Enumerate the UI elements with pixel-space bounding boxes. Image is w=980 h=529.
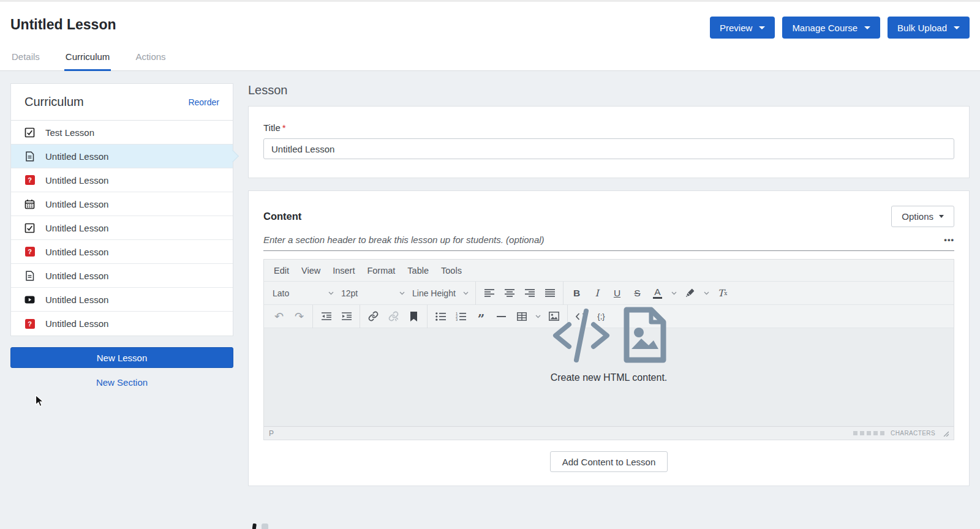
font-family-dropdown[interactable]: Lato [269,288,337,298]
strikethrough-button[interactable]: S [627,284,647,302]
content-card: Content Options Enter a section header t… [248,190,970,486]
toolbar-separator [360,305,360,328]
highlight-color-chevron[interactable] [700,284,712,302]
new-section-link[interactable]: New Section [10,377,233,388]
menu-table[interactable]: Table [401,266,435,276]
menu-format[interactable]: Format [361,266,401,276]
lesson-list-item[interactable]: Untitled Lesson [11,264,233,288]
more-options-ellipsis-icon[interactable]: ••• [944,236,954,244]
table-chevron[interactable] [532,307,544,326]
bold-button[interactable]: B [567,284,587,302]
menu-tools[interactable]: Tools [435,266,468,276]
insert-table-button[interactable] [511,307,532,326]
curriculum-header: Curriculum Reorder [11,84,233,121]
align-right-button[interactable] [519,284,540,302]
table-icon [517,312,527,321]
tab-details[interactable]: Details [10,51,41,71]
title-card: Title* [248,106,970,178]
remove-link-button[interactable] [383,307,404,326]
menu-insert[interactable]: Insert [326,266,361,276]
editor-placeholder-text: Create new HTML content. [264,372,954,383]
manage-course-button[interactable]: Manage Course [782,17,880,39]
tab-curriculum[interactable]: Curriculum [64,51,111,71]
quiz-icon: ? [24,175,35,186]
checkbox-icon [24,223,35,233]
new-lesson-button[interactable]: New Lesson [10,347,233,368]
bullet-list-button[interactable] [431,307,451,326]
quiz-question-mark: ? [25,319,35,329]
chevron-down-icon [328,291,334,295]
svg-text:3: 3 [456,318,458,321]
clear-format-x: x [724,290,727,296]
font-size-value: 12pt [341,288,358,298]
lesson-list-item[interactable]: Untitled Lesson [11,216,233,240]
text-color-chevron[interactable] [668,284,680,302]
lesson-item-label: Untitled Lesson [45,151,108,162]
lesson-panel: Lesson Title* Content Options Enter a se… [248,83,970,529]
redo-button[interactable]: ↷ [289,307,309,326]
line-height-dropdown[interactable]: Line Height [409,288,472,298]
curriculum-card: Curriculum Reorder Test Lesson Untitled … [10,83,233,336]
italic-button[interactable]: I [587,284,607,302]
bulk-upload-button[interactable]: Bulk Upload [888,17,970,39]
menu-edit[interactable]: Edit [268,266,295,276]
add-content-button[interactable]: Add Content to Lesson [550,451,668,472]
lesson-list-item-selected[interactable]: Untitled Lesson [11,144,233,168]
lesson-item-label: Untitled Lesson [45,247,108,257]
source-code-button[interactable] [571,307,591,326]
options-button[interactable]: Options [891,206,954,227]
image-icon [549,312,559,321]
insert-image-button[interactable] [544,307,564,326]
quiz-question-mark: ? [25,175,35,185]
element-path-button[interactable]: P [269,429,274,438]
indent-button[interactable] [336,307,356,326]
toolbar-separator [475,282,476,305]
lesson-item-label: Untitled Lesson [45,271,108,281]
page-header: Untitled Lesson Details Curriculum Actio… [0,0,980,71]
editor-content-area[interactable]: Create new HTML content. [264,328,954,426]
undo-button[interactable]: ↶ [269,307,289,326]
font-size-dropdown[interactable]: 12pt [337,288,409,298]
lesson-title-input[interactable] [263,138,954,159]
toolbar-separator [427,305,428,328]
tab-actions[interactable]: Actions [134,51,167,71]
bookmark-button[interactable] [404,307,424,326]
lesson-list-item[interactable]: ? Untitled Lesson [11,240,233,264]
numbered-list-button[interactable]: 123 [451,307,471,326]
page-title: Untitled Lesson [10,17,116,33]
lesson-list-item[interactable]: Untitled Lesson [11,288,233,312]
highlight-color-button[interactable] [680,284,700,302]
horizontal-rule-button[interactable] [491,307,511,326]
align-left-button[interactable] [479,284,499,302]
insert-link-button[interactable] [363,307,383,326]
underline-button[interactable]: U [607,284,627,302]
lesson-list-item[interactable]: Untitled Lesson [11,192,233,216]
menu-view[interactable]: View [295,266,326,276]
font-family-value: Lato [273,288,289,298]
code-sample-button[interactable]: {;} [591,307,611,326]
lesson-list-item[interactable]: Test Lesson [11,121,233,144]
chevron-down-icon [535,315,541,318]
clear-formatting-button[interactable]: Tx [712,284,733,302]
blockquote-button[interactable]: ” [471,307,491,326]
text-color-button[interactable]: A [647,284,668,302]
section-header-input[interactable]: Enter a section header to break this les… [263,234,954,251]
lesson-item-label: Untitled Lesson [45,199,108,209]
editor-menubar: Edit View Insert Format Table Tools [264,260,954,282]
lesson-list-item[interactable]: ? Untitled Lesson [11,168,233,192]
section-header-placeholder: Enter a section header to break this les… [263,234,545,245]
resize-handle[interactable] [943,430,949,437]
next-section-clipped-fragment [252,523,268,529]
reorder-link[interactable]: Reorder [188,97,219,107]
chevron-down-icon [939,215,944,218]
lesson-list-item[interactable]: ? Untitled Lesson [11,312,233,336]
unlink-icon [388,311,399,321]
align-justify-button[interactable] [540,284,560,302]
preview-button[interactable]: Preview [710,17,775,39]
quiz-question-mark: ? [25,247,35,257]
text-color-letter: A [654,287,660,297]
align-center-button[interactable] [499,284,519,302]
clipped-mark [252,523,257,529]
outdent-button[interactable] [316,307,336,326]
chevron-down-icon [759,26,765,29]
